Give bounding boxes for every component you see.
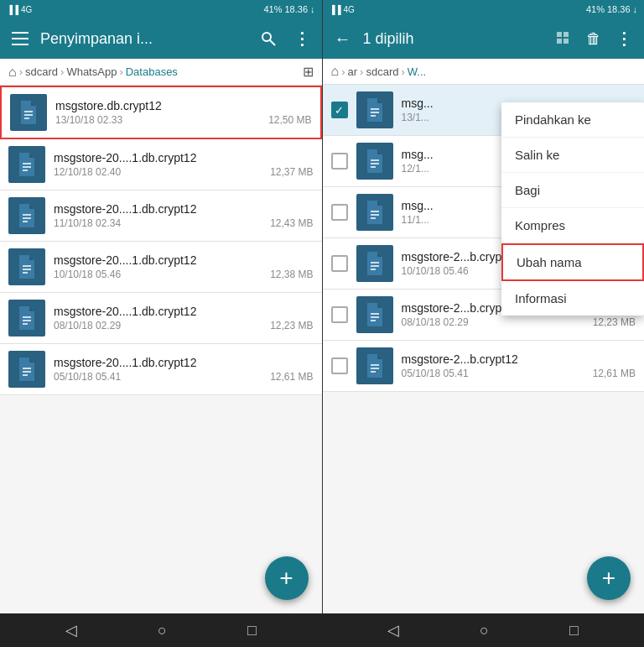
file-icon-0 <box>10 94 47 131</box>
more-button-left[interactable]: ⋮ <box>288 25 315 52</box>
svg-rect-7 <box>557 39 562 44</box>
right-file-date-2: 11/1... <box>402 214 429 226</box>
file-item-2[interactable]: msgstore-20....1.db.crypt12 11/10/18 02.… <box>0 190 322 242</box>
svg-rect-1 <box>12 38 29 39</box>
file-date-2: 11/10/18 02.34 <box>54 217 121 229</box>
context-menu: Pindahkan ke Salin ke Bagi Kompres Ubah … <box>501 102 644 316</box>
more-button-right[interactable]: ⋮ <box>610 25 637 52</box>
svg-line-4 <box>270 40 275 45</box>
svg-rect-0 <box>12 32 29 34</box>
file-size-0: 12,50 MB <box>268 114 311 126</box>
left-file-list: msgstore.db.crypt12 13/10/18 02.33 12,50… <box>0 86 322 613</box>
grid-select-icon[interactable] <box>550 25 577 52</box>
breadcrumb-databases[interactable]: Databases <box>126 65 178 78</box>
file-date-4: 08/10/18 02.29 <box>54 320 121 331</box>
signal-icon: ▐▐ 4G <box>7 5 32 14</box>
status-left-right: ▐▐ 4G <box>330 5 355 14</box>
right-home-icon[interactable]: ⌂ <box>331 64 340 79</box>
right-breadcrumb-w[interactable]: W... <box>408 65 426 78</box>
right-file-size-4: 12,23 MB <box>593 316 636 328</box>
file-meta-0: 13/10/18 02.33 12,50 MB <box>55 114 312 126</box>
svg-rect-8 <box>564 39 569 44</box>
file-item-5[interactable]: msgstore-20....1.db.crypt12 05/10/18 05.… <box>0 344 322 395</box>
back-nav-button[interactable]: ◁ <box>65 621 77 639</box>
delete-button[interactable]: 🗑 <box>580 25 607 52</box>
status-right-right: 41% 18.36 ↓ <box>586 4 637 14</box>
checkbox-3[interactable] <box>331 255 348 272</box>
left-fab[interactable]: + <box>265 556 309 600</box>
context-menu-item-bagi[interactable]: Bagi <box>501 173 644 208</box>
battery-label: 41% <box>263 4 282 14</box>
right-file-size-5: 12,61 MB <box>593 368 636 379</box>
file-item-0[interactable]: msgstore.db.crypt12 13/10/18 02.33 12,50… <box>0 86 322 139</box>
right-title: 1 dipilih <box>363 30 544 48</box>
right-file-icon-1 <box>356 143 393 180</box>
file-info-3: msgstore-20....1.db.crypt12 10/10/18 05.… <box>54 253 314 280</box>
menu-button[interactable] <box>7 25 34 52</box>
context-menu-item-kompres[interactable]: Kompres <box>501 208 644 243</box>
time-label-right: 18.36 <box>607 4 631 14</box>
right-file-date-0: 13/1... <box>402 112 429 123</box>
recent-nav-button-right[interactable]: □ <box>569 622 579 639</box>
time-label: 18.36 <box>284 4 308 14</box>
left-toolbar: Penyimpanan i... ⋮ <box>0 18 322 59</box>
right-toolbar-icons: 🗑 ⋮ <box>550 25 637 52</box>
home-nav-button-right[interactable]: ○ <box>480 622 489 639</box>
right-panel: ← 1 dipilih 🗑 ⋮ ⌂ › ar › <box>323 18 645 613</box>
right-file-date-5: 05/10/18 05.41 <box>402 368 469 379</box>
file-info-2: msgstore-20....1.db.crypt12 11/10/18 02.… <box>54 202 314 229</box>
right-file-meta-4: 08/10/18 02.29 12,23 MB <box>402 316 636 328</box>
svg-rect-2 <box>12 44 29 45</box>
right-breadcrumb: ⌂ › ar › sdcard › W... <box>323 59 645 85</box>
file-name-3: msgstore-20....1.db.crypt12 <box>54 253 314 267</box>
grid-view-icon[interactable]: ⊞ <box>303 64 314 80</box>
file-date-0: 13/10/18 02.33 <box>55 114 122 126</box>
file-size-1: 12,37 MB <box>270 166 313 178</box>
right-breadcrumb-sdcard[interactable]: sdcard <box>366 65 398 78</box>
right-file-icon-0 <box>356 91 393 128</box>
breadcrumb-sdcard[interactable]: sdcard <box>25 65 58 78</box>
download-icon: ↓ <box>310 4 315 14</box>
context-menu-item-ubah[interactable]: Ubah nama <box>501 243 644 281</box>
status-left: ▐▐ 4G <box>7 5 32 14</box>
file-name-2: msgstore-20....1.db.crypt12 <box>54 202 314 216</box>
checkbox-0[interactable] <box>331 102 348 118</box>
right-file-icon-2 <box>356 194 393 231</box>
checkbox-1[interactable] <box>331 153 348 170</box>
search-button[interactable] <box>255 25 282 52</box>
file-icon-3 <box>8 248 45 285</box>
right-fab[interactable]: + <box>587 556 631 600</box>
file-name-4: msgstore-20....1.db.crypt12 <box>54 305 314 318</box>
checkbox-5[interactable] <box>331 357 348 374</box>
back-button[interactable]: ← <box>330 25 356 52</box>
status-right: 41% 18.36 ↓ <box>263 4 314 14</box>
right-file-item-5[interactable]: msgstore-2...b.crypt12 05/10/18 05.41 12… <box>323 341 645 392</box>
checkbox-4[interactable] <box>331 306 348 323</box>
back-nav-button-right[interactable]: ◁ <box>387 621 399 639</box>
context-menu-item-pindahkan[interactable]: Pindahkan ke <box>501 102 644 138</box>
file-item-1[interactable]: msgstore-20....1.db.crypt12 12/10/18 02.… <box>0 139 322 190</box>
right-breadcrumb-ar[interactable]: ar <box>348 65 358 78</box>
right-toolbar: ← 1 dipilih 🗑 ⋮ <box>323 18 645 59</box>
left-nav: ◁ ○ □ <box>0 613 322 647</box>
right-file-meta-5: 05/10/18 05.41 12,61 MB <box>402 368 636 379</box>
file-size-3: 12,38 MB <box>270 269 313 280</box>
context-menu-item-informasi[interactable]: Informasi <box>501 281 644 316</box>
svg-point-3 <box>262 33 271 41</box>
breadcrumb-whatsapp[interactable]: WhatsApp <box>66 65 117 78</box>
right-file-date-3: 10/10/18 05.46 <box>402 265 469 277</box>
file-info-4: msgstore-20....1.db.crypt12 08/10/18 02.… <box>54 305 314 331</box>
file-item-4[interactable]: msgstore-20....1.db.crypt12 08/10/18 02.… <box>0 293 322 344</box>
file-meta-1: 12/10/18 02.40 12,37 MB <box>54 166 314 178</box>
recent-nav-button[interactable]: □ <box>247 622 257 639</box>
checkbox-2[interactable] <box>331 204 348 221</box>
file-name-5: msgstore-20....1.db.crypt12 <box>54 356 314 369</box>
file-item-3[interactable]: msgstore-20....1.db.crypt12 10/10/18 05.… <box>0 242 322 293</box>
battery-label-right: 41% <box>586 4 605 14</box>
home-icon[interactable]: ⌂ <box>8 65 17 80</box>
file-meta-4: 08/10/18 02.29 12,23 MB <box>54 320 314 331</box>
file-icon-2 <box>8 197 45 234</box>
context-menu-item-salin[interactable]: Salin ke <box>501 138 644 173</box>
file-info-0: msgstore.db.crypt12 13/10/18 02.33 12,50… <box>55 99 312 126</box>
home-nav-button[interactable]: ○ <box>158 622 167 639</box>
